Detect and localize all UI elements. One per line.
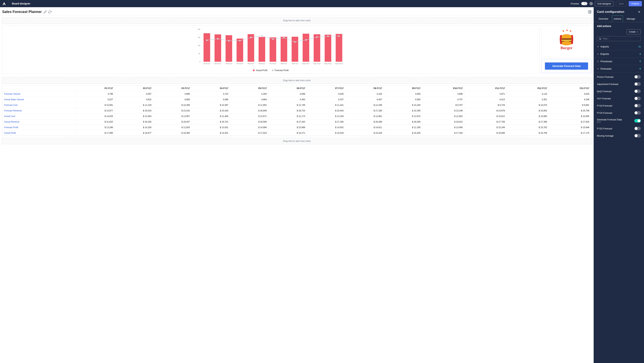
row-label[interactable]: Actual Profit [2, 130, 76, 136]
chevron-icon [597, 60, 599, 63]
table-cell: $ 27,160 [346, 108, 384, 114]
save-button[interactable]: Save [616, 1, 627, 6]
row-label[interactable]: Forecast Cost [2, 102, 76, 108]
table-row: Actual Cost$ 14,025$ 13,453$ 13,057$ 11,… [2, 114, 591, 119]
drop-zone[interactable]: Drag here to add more cards [2, 77, 592, 84]
legend-actual: Actual Profit [256, 69, 268, 72]
table-header: P8 FY17 [346, 86, 384, 91]
table-cell: $ 14,994 [230, 125, 269, 130]
brand-image-card[interactable]: Burger [542, 26, 592, 57]
table-cell: $ 16,380 [153, 130, 192, 136]
svg-text:P11 FY17: P11 FY17 [313, 63, 320, 65]
table-cell: $ 25,443 [307, 108, 346, 114]
svg-text:P4 FY17: P4 FY17 [237, 63, 243, 65]
svg-text:P9 FY17: P9 FY17 [292, 63, 298, 65]
table-cell: $ 12,745 [269, 102, 307, 108]
forecast-toggle[interactable] [634, 134, 641, 138]
table-cell: $ 23,418 [192, 108, 230, 114]
table-cell: $ 9,767 [422, 102, 465, 108]
table-cell: $ 13,057 [153, 114, 192, 119]
chart-card[interactable]: 05k10k15k20kP1 FY17P2 FY17P3 FY17P4 FY17… [2, 26, 539, 74]
forecast-toggle[interactable] [634, 97, 641, 100]
forecast-toggle[interactable] [634, 111, 641, 115]
forecast-toggle[interactable] [634, 90, 641, 93]
row-label[interactable]: Actual Sales Volume [2, 97, 76, 102]
table-cell: $ 23,877 [76, 108, 115, 114]
accordion-processes[interactable]: Processes0 [594, 58, 644, 65]
close-icon[interactable] [638, 10, 641, 14]
table-cell: $ 24,978 [464, 108, 507, 114]
forecast-name: Moving Average [597, 134, 614, 137]
table-cell: $ 28,305 [384, 119, 422, 125]
table-header: P6 FY17 [269, 86, 307, 91]
bar [204, 33, 210, 62]
forecast-toggle[interactable] [634, 82, 641, 86]
table-cell: 4,057 [115, 91, 154, 97]
preview-toggle[interactable] [581, 2, 587, 5]
table-cell: $ 14,301 [192, 130, 230, 136]
table-cell: $ 13,571 [230, 114, 269, 119]
tab-overview[interactable]: Overview [597, 16, 610, 22]
data-table-card[interactable]: P1 FY17P2 FY17P3 FY17P4 FY17P5 FY17P6 FY… [2, 86, 592, 136]
app-logo[interactable] [0, 0, 8, 7]
table-cell: $ 14,002 [307, 125, 346, 130]
accordion-imports[interactable]: Imports11 [594, 43, 644, 50]
table-cell: $ 17,024 [230, 130, 269, 136]
table-cell: $ 9,861 [549, 102, 591, 108]
row-label[interactable]: Actual Revenue [2, 119, 76, 125]
svg-point-38 [561, 41, 572, 45]
refresh-icon[interactable] [48, 10, 52, 14]
search-input[interactable] [603, 38, 639, 40]
create-button[interactable]: Create [627, 29, 641, 34]
chevron-icon [597, 68, 599, 70]
table-cell: $ 27,368 [507, 119, 549, 125]
table-header: P5 FY17 [230, 86, 269, 91]
forecast-name: FY20 Forecast [597, 127, 612, 130]
legend-forecast: Forecast Profit [274, 69, 289, 72]
row-label[interactable]: Forecast Volume [2, 91, 76, 97]
sidebar-title: Card configuration [597, 10, 624, 14]
forecast-toggle[interactable] [634, 119, 641, 123]
drop-zone[interactable]: Drag here to add more cards [2, 17, 592, 24]
svg-text:10k: 10k [198, 45, 200, 47]
table-cell: $ 15,271 [269, 130, 307, 136]
row-label[interactable]: Forecast Profit [2, 125, 76, 130]
forecast-table: P1 FY17P2 FY17P3 FY17P4 FY17P5 FY17P6 FY… [2, 86, 591, 136]
edit-icon[interactable] [44, 10, 47, 14]
search-field[interactable] [597, 36, 641, 41]
svg-point-16 [294, 41, 296, 43]
svg-point-12 [250, 37, 252, 38]
accordion-exports[interactable]: Exports4 [594, 50, 644, 58]
forecast-toggle[interactable] [634, 127, 641, 130]
table-header: P9 FY17 [384, 86, 422, 91]
add-actions-heading: Add actions [594, 22, 644, 29]
table-header: P4 FY17 [192, 86, 230, 91]
forecast-item: FY19 Forecast [594, 109, 644, 116]
exit-designer-button[interactable]: Exit designer [595, 1, 614, 6]
accordion-forecasts[interactable]: Forecasts9 [594, 65, 644, 73]
table-cell: 4,351 [507, 97, 549, 102]
forecast-toggle[interactable] [634, 104, 641, 107]
table-cell: $ 9,729 [464, 102, 507, 108]
tab-actions[interactable]: Actions [612, 16, 623, 22]
tab-manage[interactable]: Manage [625, 16, 637, 22]
table-cell: $ 10,387 [192, 102, 230, 108]
table-cell: $ 17,595 [76, 130, 115, 136]
table-header: P2 FY17 [115, 86, 154, 91]
svg-text:P7 FY17: P7 FY17 [270, 63, 276, 65]
chevron-icon [597, 53, 599, 55]
table-cell: $ 12,933 [153, 125, 192, 130]
generate-forecast-button[interactable]: Generate Forecast Data [545, 63, 588, 70]
forecast-item: QoQ Forecast [594, 88, 644, 95]
gear-icon[interactable] [590, 2, 593, 5]
forecast-toggle[interactable] [634, 75, 641, 79]
publish-button[interactable]: Publish [629, 1, 642, 6]
panel-toggle-icon[interactable] [588, 10, 592, 14]
row-label[interactable]: Actual Cost [2, 114, 76, 119]
svg-text:P3 FY17: P3 FY17 [226, 63, 232, 65]
table-cell: $ 15,782 [507, 125, 549, 130]
svg-text:P8 FY17: P8 FY17 [281, 63, 287, 65]
table-cell: $ 16,708 [507, 130, 549, 136]
drop-zone[interactable]: Drag here to add more cards [2, 138, 592, 144]
row-label[interactable]: Forecast Revenue [2, 108, 76, 114]
